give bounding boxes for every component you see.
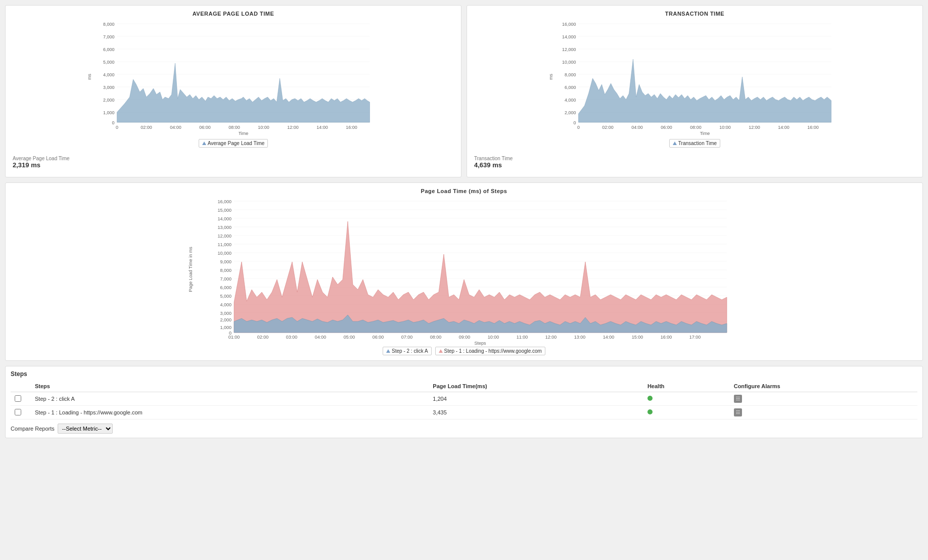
row1-checkbox[interactable] — [15, 395, 21, 402]
svg-text:16:00: 16:00 — [346, 125, 357, 130]
svg-text:5,000: 5,000 — [220, 294, 231, 299]
step1-triangle-icon — [439, 349, 443, 353]
col-health-header: Health — [643, 381, 730, 392]
svg-text:3,000: 3,000 — [220, 311, 231, 316]
svg-text:8,000: 8,000 — [220, 268, 231, 273]
avg-page-load-stat-label: Average Page Load Time — [13, 156, 454, 161]
svg-text:09:00: 09:00 — [459, 335, 471, 340]
svg-text:6,000: 6,000 — [220, 285, 231, 290]
svg-text:13:00: 13:00 — [574, 335, 586, 340]
svg-text:6,000: 6,000 — [103, 47, 115, 52]
steps-table-header-row: Steps Page Load Time(ms) Health Configur… — [11, 381, 917, 392]
svg-text:08:00: 08:00 — [430, 335, 442, 340]
svg-text:12:00: 12:00 — [749, 125, 760, 130]
transaction-time-svg: ms 16,000 14,000 12,000 10,000 — [472, 19, 917, 135]
svg-text:4,000: 4,000 — [565, 98, 576, 103]
svg-text:4,000: 4,000 — [103, 72, 115, 77]
row2-alarm-icon[interactable]: ☷ — [734, 408, 742, 416]
svg-text:12:00: 12:00 — [287, 125, 299, 130]
svg-text:16,000: 16,000 — [562, 22, 576, 27]
steps-legend-step1: Step - 1 : Loading - https://www.google.… — [435, 347, 545, 355]
transaction-time-legend-item: Transaction Time — [669, 139, 720, 148]
step2-triangle-icon — [386, 349, 390, 353]
svg-text:17:00: 17:00 — [689, 335, 701, 340]
svg-text:Time: Time — [239, 131, 249, 136]
row1-alarm-icon[interactable]: ☷ — [734, 395, 742, 403]
svg-text:05:00: 05:00 — [344, 335, 355, 340]
avg-page-load-card: AVERAGE PAGE LOAD TIME ms 8,000 — [5, 5, 461, 177]
svg-text:11,000: 11,000 — [217, 242, 231, 247]
steps-table-card: Steps Steps Page Load Time(ms) Health Co… — [5, 366, 923, 438]
avg-page-load-legend-label: Average Page Load Time — [208, 141, 265, 146]
svg-text:06:00: 06:00 — [373, 335, 384, 340]
compare-reports-select[interactable]: --Select Metric-- — [58, 424, 113, 434]
avg-page-load-svg: ms 8,000 7,000 6,000 5,000 4 — [11, 19, 456, 135]
steps-chart-card: Page Load Time (ms) of Steps Page Load T… — [5, 182, 923, 361]
svg-text:08:00: 08:00 — [228, 125, 240, 130]
svg-text:14,000: 14,000 — [562, 34, 576, 39]
svg-text:04:00: 04:00 — [631, 125, 643, 130]
row2-step-name: Step - 1 : Loading - https://www.google.… — [31, 406, 429, 419]
col-checkbox-header — [11, 381, 31, 392]
transaction-time-legend: Transaction Time — [472, 139, 917, 148]
transaction-time-stat-label: Transaction Time — [474, 156, 915, 161]
svg-text:14:00: 14:00 — [778, 125, 790, 130]
svg-text:Time: Time — [700, 131, 710, 136]
col-page-load-header: Page Load Time(ms) — [429, 381, 643, 392]
steps-legend-step2: Step - 2 : click A — [383, 347, 432, 355]
svg-text:10:00: 10:00 — [258, 125, 269, 130]
row1-health — [643, 392, 730, 406]
svg-text:10:00: 10:00 — [719, 125, 731, 130]
transaction-time-legend-label: Transaction Time — [678, 141, 717, 146]
svg-text:06:00: 06:00 — [199, 125, 211, 130]
y-axis-label-left: ms — [87, 74, 92, 80]
svg-text:4,000: 4,000 — [220, 302, 231, 307]
svg-text:10,000: 10,000 — [217, 251, 231, 256]
svg-text:6,000: 6,000 — [565, 85, 576, 90]
steps-chart-svg: Page Load Time in ms 16,000 — [11, 196, 917, 343]
row1-health-dot — [647, 396, 653, 401]
svg-text:5,000: 5,000 — [103, 60, 115, 65]
row1-step-name: Step - 2 : click A — [31, 392, 429, 406]
row2-health — [643, 406, 730, 419]
svg-text:0: 0 — [573, 120, 576, 125]
svg-text:02:00: 02:00 — [257, 335, 269, 340]
svg-text:13,000: 13,000 — [217, 225, 231, 230]
transaction-time-chart-area: ms 16,000 14,000 12,000 10,000 — [472, 19, 917, 136]
col-alarms-header: Configure Alarms — [730, 381, 917, 392]
svg-text:7,000: 7,000 — [220, 276, 231, 282]
table-row: Step - 2 : click A 1,204 ☷ — [11, 392, 917, 406]
steps-chart-title: Page Load Time (ms) of Steps — [11, 188, 917, 194]
svg-text:8,000: 8,000 — [565, 72, 576, 77]
svg-text:12,000: 12,000 — [217, 234, 231, 239]
svg-text:14,000: 14,000 — [217, 216, 231, 221]
transaction-time-title: TRANSACTION TIME — [472, 11, 917, 17]
steps-table: Steps Page Load Time(ms) Health Configur… — [11, 381, 917, 419]
avg-page-load-stat: Average Page Load Time 2,319 ms — [11, 153, 456, 172]
svg-text:0: 0 — [112, 120, 114, 125]
avg-page-load-chart-area: ms 8,000 7,000 6,000 5,000 4 — [11, 19, 456, 136]
table-row: Step - 1 : Loading - https://www.google.… — [11, 406, 917, 419]
row1-alarms: ☷ — [730, 392, 917, 406]
svg-text:8,000: 8,000 — [103, 22, 115, 27]
svg-text:10,000: 10,000 — [562, 60, 576, 65]
steps-chart-area: Page Load Time in ms 16,000 — [11, 196, 917, 344]
steps-legend-step2-label: Step - 2 : click A — [392, 348, 428, 354]
svg-text:1,000: 1,000 — [103, 110, 115, 115]
svg-text:0: 0 — [116, 125, 118, 130]
avg-page-load-stat-value: 2,319 ms — [13, 161, 454, 169]
row2-checkbox[interactable] — [15, 409, 21, 415]
steps-table-header: Steps Page Load Time(ms) Health Configur… — [11, 381, 917, 392]
svg-text:14:00: 14:00 — [316, 125, 328, 130]
svg-text:15,000: 15,000 — [217, 208, 231, 213]
svg-text:0: 0 — [577, 125, 580, 130]
svg-text:02:00: 02:00 — [141, 125, 152, 130]
steps-legend-step1-label: Step - 1 : Loading - https://www.google.… — [444, 348, 542, 354]
svg-text:15:00: 15:00 — [632, 335, 643, 340]
y-axis-label-right: ms — [548, 74, 553, 80]
col-steps-header: Steps — [31, 381, 429, 392]
svg-text:10:00: 10:00 — [488, 335, 499, 340]
row2-health-dot — [647, 409, 653, 414]
avg-page-load-legend: Average Page Load Time — [11, 139, 456, 148]
svg-text:11:00: 11:00 — [517, 335, 528, 340]
